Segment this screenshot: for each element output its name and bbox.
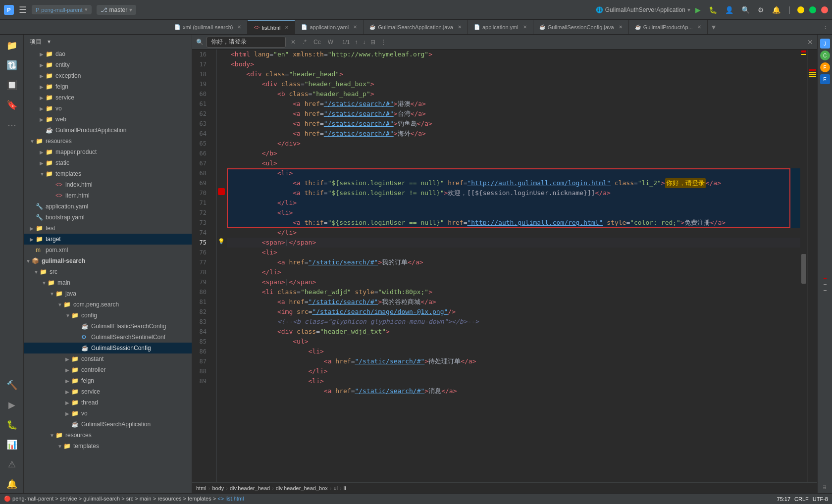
close-button[interactable] [821, 6, 828, 13]
tree-java[interactable]: ▼ 📁 java [24, 288, 192, 299]
search-case-icon[interactable]: Cc [312, 38, 323, 47]
tab-app-yaml[interactable]: 📄 application.yaml ✕ [295, 20, 364, 34]
tree-templates[interactable]: ▼ 📁 templates [24, 168, 192, 179]
search-word-icon[interactable]: W [326, 38, 335, 47]
tree-static[interactable]: ▶ 📁 static [24, 157, 192, 168]
activity-profiler-icon[interactable]: 📊 [3, 436, 21, 454]
tree-resources2[interactable]: ▼ 📁 resources [24, 430, 192, 441]
search-next-icon[interactable]: ↓ [361, 38, 367, 47]
search-regex-icon[interactable]: .* [301, 38, 309, 47]
breakpoint-marker[interactable] [218, 188, 225, 195]
tab-xml[interactable]: 📄 xml (gulimall-search) ✕ [168, 20, 248, 34]
tree-target[interactable]: ▶ 📁 target [24, 234, 192, 245]
tree-main[interactable]: ▼ 📁 main [24, 277, 192, 288]
tab-session-close[interactable]: ✕ [619, 24, 623, 30]
tree-item-html[interactable]: <> item.html [24, 190, 192, 201]
tree-service2[interactable]: ▶ 📁 service [24, 386, 192, 397]
tree-gulimall-search[interactable]: ▼ 📦 gulimall-search [24, 255, 192, 266]
tree-exception[interactable]: ▶ 📁 exception [24, 70, 192, 81]
tab-settings-icon[interactable]: ⋮ [823, 24, 828, 30]
breadcrumb-li[interactable]: li [344, 485, 346, 491]
search-clear-icon[interactable]: ✕ [289, 38, 298, 47]
status-crlf[interactable]: CRLF [794, 496, 809, 502]
search-filter-icon[interactable]: ⊟ [368, 38, 377, 47]
tree-resources[interactable]: ▼ 📁 resources [24, 136, 192, 147]
tree-sentinel-config[interactable]: ⚙ GulimallSearchSentinelConf [24, 332, 192, 343]
status-position[interactable]: 75:17 [777, 496, 791, 502]
tab-html-close[interactable]: ✕ [285, 25, 289, 30]
tree-pom-xml[interactable]: m pom.xml [24, 245, 192, 255]
tree-feign2[interactable]: ▶ 📁 feign [24, 375, 192, 386]
firefox-icon[interactable]: F [820, 62, 830, 72]
activity-project-icon[interactable]: 📁 [3, 37, 21, 54]
chrome-icon[interactable]: C [820, 50, 830, 60]
intellij-icon[interactable]: J [820, 39, 830, 49]
sidebar-dropdown-icon[interactable]: ▾ [46, 37, 52, 46]
tab-app-yml[interactable]: 📄 application.yml ✕ [468, 20, 533, 34]
tree-mapper-product[interactable]: ▶ 📁 mapper.product [24, 147, 192, 157]
tree-constant[interactable]: ▶ 📁 constant [24, 353, 192, 364]
activity-run-icon[interactable]: ▶ [3, 396, 21, 414]
hamburger-menu[interactable]: ☰ [17, 2, 29, 17]
tree-com-peng[interactable]: ▼ 📁 com.peng.search [24, 299, 192, 310]
tree-dao[interactable]: ▶ 📁 dao [24, 49, 192, 59]
settings-button[interactable]: ⚙ [756, 4, 766, 16]
tree-gulimall-search-app[interactable]: ☕ GulimallSearchApplication [24, 419, 192, 430]
tab-yaml-close[interactable]: ✕ [353, 24, 357, 30]
search-button[interactable]: 🔍 [739, 4, 752, 16]
tab-session-config[interactable]: ☕ GulimallSessionConfig.java ✕ [533, 20, 629, 34]
tree-web[interactable]: ▶ 📁 web [24, 114, 192, 125]
tree-src[interactable]: ▼ 📁 src [24, 266, 192, 277]
tree-session-config[interactable]: ☕ GulimallSessionConfig [24, 343, 192, 353]
tab-xml-close[interactable]: ✕ [237, 24, 241, 30]
tab-overflow[interactable]: ▾ [708, 20, 720, 34]
breadcrumb-div2[interactable]: div.header_head_box [276, 485, 328, 491]
tree-feign[interactable]: ▶ 📁 feign [24, 81, 192, 92]
breadcrumb-ul[interactable]: ul [333, 485, 338, 491]
minimize-button[interactable] [797, 6, 804, 13]
tree-gulimall-product-app[interactable]: ☕ GulimallProductApplication [24, 125, 192, 136]
tree-application-yaml[interactable]: 🔧 application.yaml [24, 201, 192, 212]
project-selector[interactable]: P peng-mall-parent ▾ [32, 5, 92, 14]
activity-problems-icon[interactable]: ⚠ [3, 455, 21, 473]
tree-vo[interactable]: ▶ 📁 vo [24, 103, 192, 114]
profile-button[interactable]: 👤 [723, 4, 735, 16]
tree-entity[interactable]: ▶ 📁 entity [24, 59, 192, 70]
tree-thread[interactable]: ▶ 📁 thread [24, 397, 192, 408]
tree-bootstrap-yaml[interactable]: 🔧 bootstrap.yaml [24, 212, 192, 223]
branch-selector[interactable]: ⎇ master ▾ [97, 5, 137, 15]
maximize-button[interactable] [809, 6, 816, 13]
activity-notifications-icon[interactable]: 🔔 [3, 475, 21, 493]
tab-list-html[interactable]: <> list.html ✕ [248, 20, 295, 34]
activity-debug-icon[interactable]: 🐛 [3, 416, 21, 434]
search-prev-icon[interactable]: ↑ [353, 38, 360, 47]
search-input[interactable] [207, 37, 286, 48]
tab-product-app[interactable]: ☕ GulimallProductAp... ✕ [629, 20, 708, 34]
activity-build-icon[interactable]: 🔨 [3, 376, 21, 394]
tree-config[interactable]: ▼ 📁 config [24, 310, 192, 321]
tab-java-close[interactable]: ✕ [458, 24, 462, 30]
activity-commit-icon[interactable]: 🔃 [3, 56, 21, 74]
notification-button[interactable]: 🔔 [770, 4, 782, 16]
run-config[interactable]: 🌐 GulimallAuthServerApplication ▾ [596, 6, 690, 13]
run-button[interactable]: ▶ [693, 4, 703, 16]
tab-gulimall-search-app[interactable]: ☕ GulimallSearchApplication.java ✕ [364, 20, 468, 34]
code-content[interactable]: <html lang="en" xmlns:th="http://www.thy… [227, 50, 800, 482]
tree-controller[interactable]: ▶ 📁 controller [24, 364, 192, 375]
breadcrumb-html[interactable]: html [196, 485, 207, 491]
tree-templates2[interactable]: ▼ 📁 templates [24, 441, 192, 452]
edge-icon[interactable]: E [820, 74, 830, 84]
tab-product-close[interactable]: ✕ [697, 24, 701, 30]
activity-bookmarks-icon[interactable]: 🔖 [3, 96, 21, 114]
breadcrumb-div1[interactable]: div.header_head [230, 485, 270, 491]
search-close-button[interactable]: ✕ [807, 38, 813, 46]
tree-index-html[interactable]: <> index.html [24, 179, 192, 190]
activity-structure-icon[interactable]: 🔲 [3, 76, 21, 94]
tree-test[interactable]: ▶ 📁 test [24, 223, 192, 234]
activity-more-icon[interactable]: ⋯ [3, 116, 21, 134]
scroll-thumb[interactable] [801, 254, 806, 284]
breadcrumb-body[interactable]: body [212, 485, 224, 491]
editor-scrollbar[interactable] [800, 50, 807, 482]
search-more-icon[interactable]: ⋮ [378, 38, 388, 47]
tree-elastic-config[interactable]: ☕ GulimallElasticSearchConfig [24, 321, 192, 332]
